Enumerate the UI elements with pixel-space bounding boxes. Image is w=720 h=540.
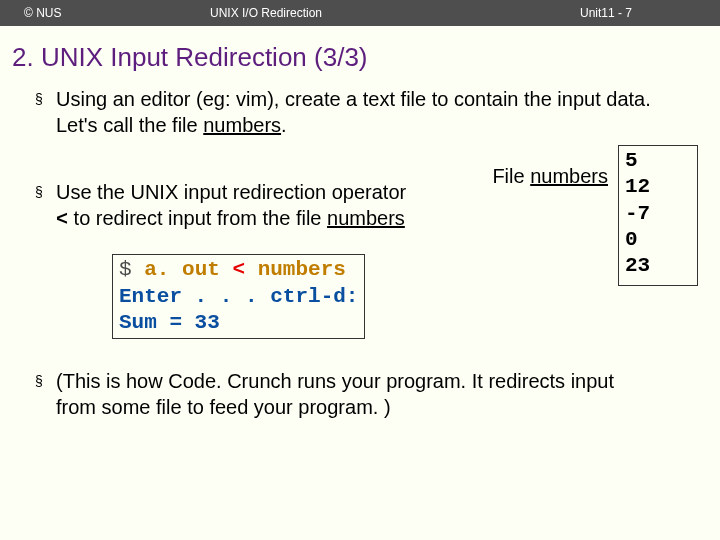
slide-content: § Using an editor (eg: vim), create a te… <box>0 87 720 420</box>
bullet-1-text: Using an editor (eg: vim), create a text… <box>56 87 690 138</box>
b2-mid: to redirect input from the file <box>68 207 327 229</box>
code-op: < <box>232 258 257 281</box>
file-line: 23 <box>625 253 691 279</box>
file-label: File numbers <box>492 165 608 188</box>
file-line: 0 <box>625 227 691 253</box>
slide-title: 2. UNIX Input Redirection (3/3) <box>0 26 720 87</box>
slide-header: © NUS UNIX I/O Redirection Unit11 - 7 <box>0 0 720 26</box>
file-contents-box: 5 12 -7 0 23 <box>618 145 698 286</box>
code-cmd2: numbers <box>258 258 346 281</box>
bullet-3-text: (This is how Code. Crunch runs your prog… <box>56 369 690 420</box>
bullet-3: § (This is how Code. Crunch runs your pr… <box>22 369 690 420</box>
b1-file: numbers <box>203 114 281 136</box>
code-out1: Enter . . . ctrl-d: <box>119 285 358 308</box>
bullet-marker: § <box>22 180 56 232</box>
b2-l1: Use the UNIX input redirection operator <box>56 181 406 203</box>
b1-pre: Using an editor (eg: vim), create a text… <box>56 88 651 136</box>
code-prompt: $ <box>119 258 144 281</box>
terminal-box: $ a. out < numbers Enter . . . ctrl-d: S… <box>112 254 365 339</box>
header-pagenum: Unit11 - 7 <box>580 6 720 20</box>
bullet-marker: § <box>22 87 56 138</box>
bullet-marker: § <box>22 369 56 420</box>
bullet-1: § Using an editor (eg: vim), create a te… <box>22 87 690 138</box>
file-label-pre: File <box>492 165 530 187</box>
file-line: 5 <box>625 148 691 174</box>
bullet-2: § Use the UNIX input redirection operato… <box>22 180 690 232</box>
file-label-name: numbers <box>530 165 608 187</box>
header-title: UNIX I/O Redirection <box>190 6 580 20</box>
file-line: 12 <box>625 174 691 200</box>
header-copyright: © NUS <box>0 6 190 20</box>
b2-file: numbers <box>327 207 405 229</box>
code-cmd1: a. out <box>144 258 232 281</box>
file-line: -7 <box>625 201 691 227</box>
b1-post: . <box>281 114 287 136</box>
bullet-2-text: Use the UNIX input redirection operator … <box>56 180 406 232</box>
code-out2: Sum = 33 <box>119 311 220 334</box>
b2-op: < <box>56 208 68 231</box>
